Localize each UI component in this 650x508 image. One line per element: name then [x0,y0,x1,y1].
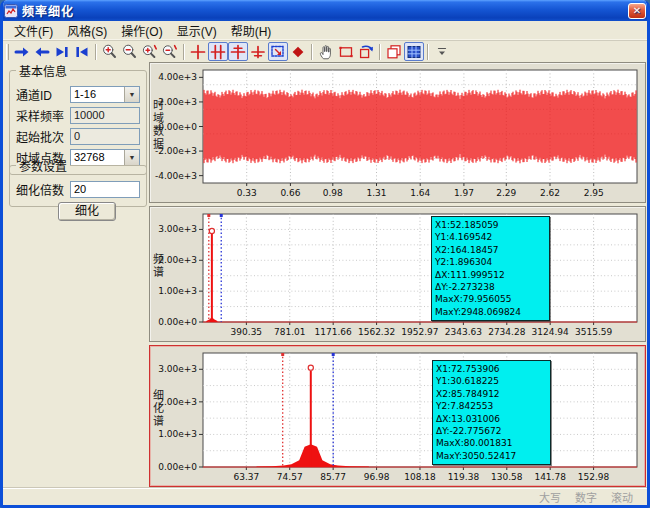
zoom-in-icon [101,43,119,61]
cursor-single-icon [189,43,207,61]
cursor-double-button[interactable] [208,42,228,61]
svg-text:-2.00e+3: -2.00e+3 [155,146,197,156]
svg-text:3515.59: 3515.59 [575,327,612,337]
select-region-button[interactable] [336,42,356,61]
svg-text:141.78: 141.78 [534,472,566,482]
rotate-view-button[interactable] [356,42,376,61]
skip-start-button[interactable] [72,42,92,61]
svg-text:2.00e+3: 2.00e+3 [158,97,197,107]
zoom-in-button[interactable] [100,42,120,61]
menu-bar: 文件(F) 风格(S) 操作(O) 显示(V) 帮助(H) [3,21,647,40]
zoom-window-button[interactable] [268,42,288,61]
nav-back-icon [33,43,51,61]
menu-display[interactable]: 显示(V) [170,20,224,41]
basic-info-legend: 基本信息 [16,62,70,79]
status-bar: 大写 数字 滚动 [3,487,647,505]
zoom-out-restore-button[interactable] [160,42,180,61]
zoom-in-restore-button[interactable] [140,42,160,61]
refined-spectrum-plot[interactable]: 63.3774.5785.7796.98108.18119.38130.5814… [151,347,644,485]
grid-view-icon [405,43,423,61]
copy-view-icon [385,43,403,61]
infobox-line: Y1:4.169542 [435,231,546,243]
chevron-down-icon[interactable]: ▼ [124,87,139,102]
channel-id-combo[interactable]: 1-16 ▼ [70,86,140,103]
infobox-line: MaxX:80.001831 [436,437,547,449]
toolbar-separator [95,44,97,60]
cursor-single-button[interactable] [188,42,208,61]
infobox-line: ΔX:13.031006 [436,413,547,425]
svg-text:130.58: 130.58 [491,472,523,482]
window-title: 频率细化 [22,2,624,19]
svg-text:0.00e+0: 0.00e+0 [158,317,197,327]
grid-view-button[interactable] [404,42,424,61]
infobox-line: MaxY:3050.52417 [436,450,547,462]
pan-hand-button[interactable] [316,42,336,61]
infobox-line: MaxY:2948.069824 [435,306,546,318]
skip-end-icon [53,43,71,61]
infobox-line: X2:164.18457 [435,244,546,256]
menu-help[interactable]: 帮助(H) [224,20,279,41]
nav-forward-button[interactable] [12,42,32,61]
svg-text:2.00e+3: 2.00e+3 [158,255,197,265]
svg-text:85.77: 85.77 [320,472,346,482]
menu-style[interactable]: 风格(S) [60,20,114,41]
zoom-out-restore-icon [161,43,179,61]
svg-text:2.00e+3: 2.00e+3 [158,397,197,407]
channel-id-value: 1-16 [71,88,124,100]
svg-text:3.00e+3: 3.00e+3 [158,224,197,234]
svg-text:1562.32: 1562.32 [358,327,395,337]
rotate-view-icon [357,43,375,61]
infobox-line: ΔY:-22.775672 [436,425,547,437]
zoom-out-button[interactable] [120,42,140,61]
time-domain-chart-panel: 时域数据 0.330.660.981.311.641.972.292.622.9… [149,62,646,203]
toolbar-separator [379,44,381,60]
toolbar-gripper[interactable] [6,44,9,60]
toolbar-separator [183,44,185,60]
toolbar-more-icon [433,43,451,61]
infobox-line: X1:52.185059 [435,219,546,231]
svg-text:2.29: 2.29 [496,188,516,198]
cursor-harmonic-button[interactable] [248,42,268,61]
svg-text:0.00e+0: 0.00e+0 [158,122,197,132]
zoom-in-restore-icon [141,43,159,61]
skip-end-button[interactable] [52,42,72,61]
app-icon [4,4,18,18]
zoom-factor-input[interactable] [70,181,140,198]
svg-text:4.00e+3: 4.00e+3 [158,72,197,82]
svg-text:96.98: 96.98 [364,472,390,482]
svg-text:152.98: 152.98 [578,472,610,482]
cursor-track-icon [229,43,247,61]
svg-text:3.00e+3: 3.00e+3 [158,364,197,374]
spectrum-infobox: X1:52.185059 Y1:4.169542 X2:164.18457 Y2… [431,216,550,321]
zoom-out-icon [121,43,139,61]
nav-back-button[interactable] [32,42,52,61]
scroll-indicator: 滚动 [611,489,633,505]
toolbar-more-button[interactable] [432,42,452,61]
param-group: 参数设置 细化倍数 [9,157,147,207]
svg-text:2.95: 2.95 [584,188,604,198]
svg-text:1.00e+3: 1.00e+3 [158,286,197,296]
sample-rate-field[interactable] [70,107,140,124]
copy-view-button[interactable] [384,42,404,61]
refine-button[interactable]: 细化 [58,202,116,221]
marker-diamond-button[interactable] [288,42,308,61]
close-button[interactable]: ✕ [628,3,646,19]
menu-file[interactable]: 文件(F) [7,20,60,41]
svg-text:-4.00e+3: -4.00e+3 [155,171,197,181]
cursor-track-button[interactable] [228,42,248,61]
refined-spectrum-chart-panel: 细化谱 63.3774.5785.7796.98108.18119.38130.… [149,345,646,487]
pan-hand-icon [317,43,335,61]
svg-text:0.33: 0.33 [237,188,257,198]
svg-text:0.66: 0.66 [280,188,300,198]
svg-text:2.62: 2.62 [540,188,560,198]
start-batch-field[interactable] [70,128,140,145]
time-domain-plot[interactable]: 0.330.660.981.311.641.972.292.622.954.00… [151,64,644,201]
svg-text:1171.66: 1171.66 [315,327,352,337]
infobox-line: MaxX:79.956055 [435,293,546,305]
svg-text:0.98: 0.98 [323,188,343,198]
cursor-harmonic-icon [249,43,267,61]
menu-operate[interactable]: 操作(O) [114,20,169,41]
channel-id-label: 通道ID [16,86,70,103]
select-region-icon [337,43,355,61]
spectrum-plot[interactable]: 390.35781.011171.661562.321952.972343.63… [151,208,644,340]
